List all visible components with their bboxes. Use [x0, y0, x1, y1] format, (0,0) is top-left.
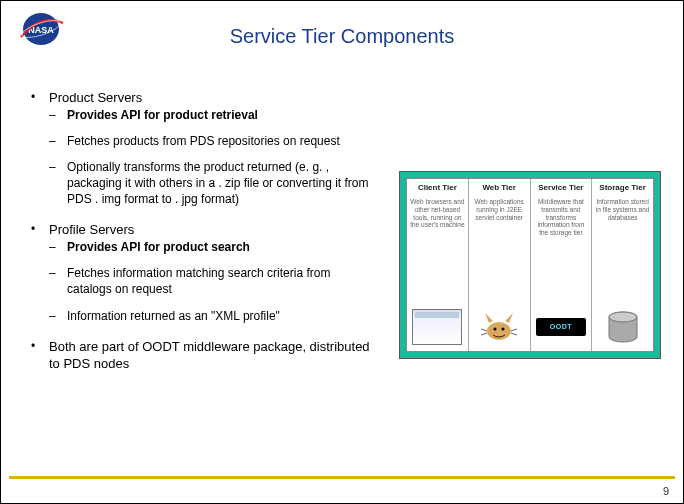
bullet-item: Profile ServersProvides API for product …: [31, 221, 371, 323]
sub-bullet: Optionally transforms the product return…: [49, 159, 371, 208]
sub-bullet: Information returned as an "XML profile": [49, 308, 371, 324]
content-body: Product ServersProvides API for product …: [31, 89, 371, 387]
bullet-item: Product ServersProvides API for product …: [31, 89, 371, 207]
bullet-heading: Profile Servers: [49, 222, 134, 237]
diagram-column-desc: Web browsers and other net-based tools, …: [410, 198, 465, 229]
oodt-badge-icon: OODT: [534, 307, 589, 347]
sub-bullet-text: Fetches products from PDS repositories o…: [67, 134, 340, 148]
sub-bullet: Fetches products from PDS repositories o…: [49, 133, 371, 149]
diagram-column: Web TierWeb applications running in J2EE…: [469, 179, 531, 351]
bullet-heading: Both are part of OODT middleware package…: [49, 339, 370, 372]
architecture-diagram: Client TierWeb browsers and other net-ba…: [399, 171, 661, 359]
sub-bullet-text: Information returned as an "XML profile": [67, 309, 280, 323]
svg-point-5: [502, 327, 505, 330]
tomcat-icon: [472, 307, 527, 347]
svg-point-4: [494, 327, 497, 330]
sub-bullet: Provides API for product search: [49, 239, 371, 255]
sub-bullet-text: Provides API for product search: [67, 240, 250, 254]
oodt-label: OODT: [536, 318, 586, 336]
diagram-column-desc: Information stored in file systems and d…: [595, 198, 650, 221]
sub-bullet-text: Optionally transforms the product return…: [67, 160, 368, 206]
sub-bullet: Fetches information matching search crit…: [49, 265, 371, 297]
browser-icon: [410, 307, 465, 347]
diagram-column-title: Service Tier: [534, 183, 589, 192]
database-cylinder-icon: [595, 307, 650, 347]
sub-bullet-text: Fetches information matching search crit…: [67, 266, 330, 296]
sub-bullet-text: Provides API for product retrieval: [67, 108, 258, 122]
diagram-column-desc: Middleware that transmits and transforms…: [534, 198, 589, 237]
slide-title: Service Tier Components: [1, 25, 683, 48]
page-number: 9: [663, 485, 669, 497]
diagram-column-desc: Web applications running in J2EE servlet…: [472, 198, 527, 221]
diagram-column-title: Web Tier: [472, 183, 527, 192]
sub-bullet: Provides API for product retrieval: [49, 107, 371, 123]
bullet-item: Both are part of OODT middleware package…: [31, 338, 371, 373]
slide: NASA Service Tier Components Product Ser…: [0, 0, 684, 504]
footer-accent-line: [9, 476, 675, 479]
diagram-column: Service TierMiddleware that transmits an…: [531, 179, 593, 351]
svg-point-7: [609, 312, 637, 322]
diagram-column: Client TierWeb browsers and other net-ba…: [407, 179, 469, 351]
bullet-heading: Product Servers: [49, 90, 142, 105]
diagram-column: Storage TierInformation stored in file s…: [592, 179, 653, 351]
diagram-column-title: Storage Tier: [595, 183, 650, 192]
diagram-column-title: Client Tier: [410, 183, 465, 192]
